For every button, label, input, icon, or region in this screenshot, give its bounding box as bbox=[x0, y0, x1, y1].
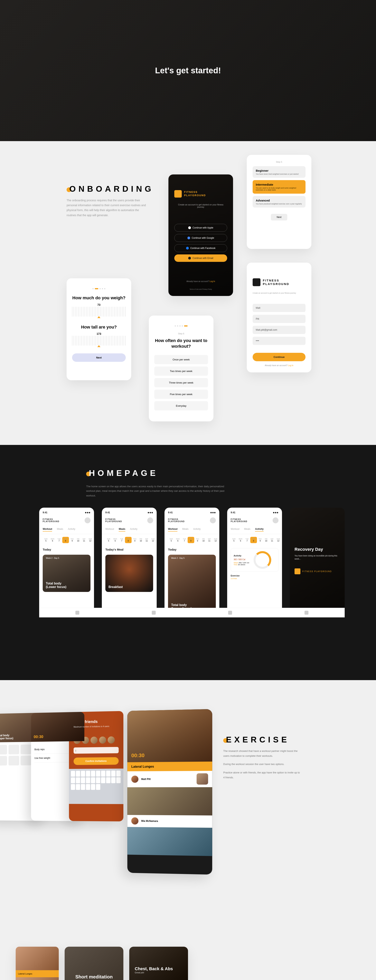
calendar-day[interactable]: SUN12 bbox=[87, 537, 94, 543]
key[interactable]: R bbox=[86, 771, 90, 776]
calendar-strip[interactable]: SUN5MON6TUE7WED8THU9FRI10SAT11SUN12 bbox=[227, 534, 282, 546]
freq-twice[interactable]: Two times per week bbox=[154, 366, 208, 376]
surname-input[interactable]: Pitt bbox=[252, 315, 306, 323]
calendar-day[interactable]: SAT11 bbox=[269, 537, 275, 543]
login-link[interactable]: Log In bbox=[288, 364, 294, 366]
tab-workout[interactable]: Workout bbox=[168, 528, 178, 531]
calendar-day[interactable]: THU9 bbox=[69, 537, 75, 543]
calendar-day[interactable]: SAT11 bbox=[81, 537, 87, 543]
key[interactable]: A bbox=[71, 777, 75, 783]
tab-workout[interactable]: Workout bbox=[105, 528, 114, 531]
side-thumb[interactable] bbox=[16, 977, 59, 980]
meal-card[interactable]: Breakfast bbox=[105, 555, 153, 592]
tab-activity[interactable]: Activity bbox=[193, 528, 200, 531]
workout-card[interactable]: Week 2 · Day 5 Total body (Lower focus) bbox=[168, 555, 216, 614]
tab-meals[interactable]: Meals bbox=[244, 528, 250, 531]
calendar-day[interactable]: SUN5 bbox=[168, 537, 175, 543]
avatar[interactable] bbox=[108, 737, 115, 744]
calendar-day[interactable]: TUE7 bbox=[56, 537, 62, 543]
calendar-day[interactable]: THU9 bbox=[132, 537, 138, 543]
key[interactable]: H bbox=[96, 777, 100, 783]
calendar-day[interactable]: TUE7 bbox=[244, 537, 250, 543]
calendar-strip[interactable]: SUN5MON6TUE7WED8THU9FRI10SAT11SUN12 bbox=[102, 534, 157, 546]
login-link[interactable]: Log In bbox=[209, 280, 215, 282]
weight-ruler[interactable]: 73 bbox=[72, 307, 126, 317]
key[interactable]: Z bbox=[116, 777, 121, 783]
calendar-day[interactable]: WED8 bbox=[62, 537, 69, 543]
key[interactable]: D bbox=[81, 777, 85, 783]
name-input[interactable]: Matt bbox=[252, 304, 306, 312]
calendar-day[interactable]: SUN5 bbox=[105, 537, 112, 543]
calendar-day[interactable]: FRI10 bbox=[201, 537, 206, 543]
search-input[interactable]: | bbox=[74, 747, 119, 754]
workout-card[interactable]: Week 2 · Day 5 Total body (Lower focus) bbox=[43, 555, 90, 592]
calendar-day[interactable]: SUN12 bbox=[150, 537, 156, 543]
calendar-day[interactable]: THU9 bbox=[257, 537, 263, 543]
calendar-strip[interactable]: SUN5MON6TUE7WED8THU9FRI10SAT11SUN12 bbox=[165, 534, 219, 546]
key[interactable]: J bbox=[101, 777, 105, 783]
key[interactable]: T bbox=[91, 771, 95, 776]
exercise-thumb[interactable] bbox=[0, 756, 7, 765]
key[interactable]: X bbox=[71, 784, 75, 790]
continue-facebook-button[interactable]: Continue with Facebook bbox=[174, 244, 227, 252]
tab-activity[interactable]: Activity bbox=[68, 528, 75, 531]
tab-activity[interactable]: Activity bbox=[255, 528, 263, 531]
calendar-day[interactable]: TUE7 bbox=[119, 537, 125, 543]
exercise-thumb[interactable] bbox=[21, 756, 31, 765]
email-input[interactable]: Matt.pitt@gmail.com bbox=[252, 326, 306, 334]
key[interactable]: E bbox=[81, 771, 85, 776]
tab-workout[interactable]: Workout bbox=[231, 528, 239, 531]
key[interactable]: B bbox=[86, 784, 90, 790]
avatar[interactable] bbox=[273, 517, 278, 523]
continue-email-button[interactable]: Continue with Email bbox=[174, 255, 227, 262]
level-advanced[interactable]: Advanced You have practiced weighted exe… bbox=[252, 196, 306, 208]
participant-video-large[interactable] bbox=[127, 827, 212, 856]
key[interactable]: S bbox=[76, 777, 80, 783]
tab-meals[interactable]: Meals bbox=[119, 528, 125, 531]
key[interactable]: W bbox=[76, 771, 80, 777]
calendar-day[interactable]: TUE7 bbox=[181, 537, 187, 543]
calendar-day[interactable]: FRI10 bbox=[263, 537, 269, 543]
calendar-day[interactable]: MON6 bbox=[237, 537, 244, 543]
calendar-strip[interactable]: SUN5MON6TUE7WED8THU9FRI10SAT11SUN12 bbox=[39, 534, 94, 546]
level-beginner[interactable]: Beginner You have never tried weighted e… bbox=[252, 166, 306, 178]
key[interactable]: N bbox=[91, 784, 95, 790]
key[interactable]: U bbox=[101, 771, 105, 776]
confirm-invitations-button[interactable]: Confirm invitations bbox=[74, 757, 119, 765]
calendar-day[interactable]: WED8 bbox=[125, 537, 132, 543]
avatar[interactable] bbox=[85, 517, 90, 523]
calendar-day[interactable]: WED8 bbox=[250, 537, 257, 543]
key[interactable]: C bbox=[76, 784, 80, 790]
password-input[interactable]: •••• bbox=[252, 337, 306, 345]
key[interactable]: F bbox=[86, 777, 90, 783]
key[interactable]: P bbox=[116, 770, 121, 776]
participant-video-large[interactable] bbox=[127, 787, 212, 815]
calendar-day[interactable]: SUN5 bbox=[43, 537, 49, 543]
freq-five[interactable]: Five times per week bbox=[154, 390, 208, 399]
exercise-thumb[interactable] bbox=[8, 745, 19, 754]
calendar-day[interactable]: SAT11 bbox=[144, 537, 150, 543]
tab-workout[interactable]: Workout bbox=[43, 528, 52, 531]
freq-three[interactable]: Three times per week bbox=[154, 378, 208, 387]
key[interactable]: V bbox=[81, 784, 85, 790]
calendar-day[interactable]: WED8 bbox=[187, 537, 194, 543]
freq-once[interactable]: Once per week bbox=[154, 355, 208, 364]
calendar-day[interactable]: MON6 bbox=[175, 537, 181, 543]
level-intermediate[interactable]: Intermediate You are used to do body wei… bbox=[252, 180, 306, 194]
key[interactable]: L bbox=[111, 777, 116, 783]
calendar-day[interactable]: FRI10 bbox=[138, 537, 144, 543]
calendar-day[interactable]: MON6 bbox=[112, 537, 119, 543]
avatar[interactable] bbox=[147, 517, 153, 523]
next-button[interactable]: Next bbox=[271, 214, 287, 221]
key[interactable]: Q bbox=[71, 771, 75, 777]
key[interactable]: G bbox=[91, 777, 95, 783]
calendar-day[interactable]: SUN12 bbox=[275, 537, 282, 543]
exercise-thumb[interactable] bbox=[8, 756, 19, 765]
tab-meals[interactable]: Meals bbox=[182, 528, 189, 531]
calendar-day[interactable]: THU9 bbox=[194, 537, 200, 543]
exercise-thumb[interactable] bbox=[0, 745, 7, 754]
nav-icon[interactable] bbox=[228, 611, 232, 615]
next-button[interactable]: Next bbox=[72, 353, 126, 362]
key[interactable]: I bbox=[106, 771, 111, 776]
freq-everyday[interactable]: Everyday bbox=[154, 401, 208, 410]
